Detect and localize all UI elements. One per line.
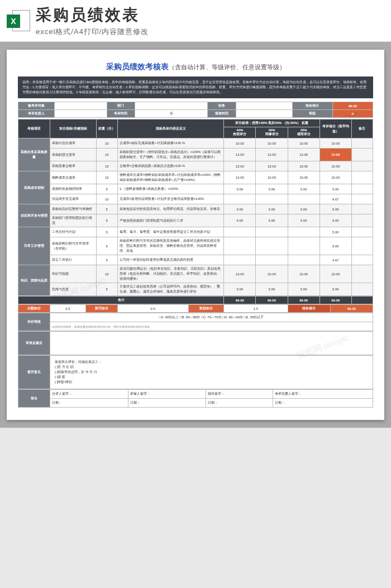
bonus-row: 出勤加分 0.5 奖罚加分 0.5 奖励加分 1.5 综合得分 96.50 bbox=[18, 304, 373, 313]
totals-row: 合计 96.00 96.00 96.00 96.00 bbox=[18, 296, 373, 304]
table-row: 采购质量合格率15合格率=合格采购批数÷采购总次批数×100 %15.0015.… bbox=[18, 161, 373, 171]
table-row: 供应商开发与管理采购信息的完整性与准确性5具体包括应付款情况表转达、信用评估情况… bbox=[18, 204, 373, 214]
table-row: 思维与态度5主要对员工就创造性思维（公司说明节约、改善推动、规范等）、责任感、服… bbox=[18, 283, 373, 296]
page-title: 采购员绩效表 bbox=[36, 4, 384, 26]
instructions: 说明：本表格适用于对一般行业采购员进行360度绩效考核，其中的考核指标、权重及具… bbox=[18, 77, 373, 98]
table-row: 采购成本控制物料成本达成率10物料成本达成率=物料实际采购成本率÷计划采购成本率… bbox=[18, 171, 373, 184]
grade-value: A bbox=[332, 110, 373, 118]
table-row: 供应商开发完成率10完成率=新增供应商数量÷计划开发合格供应商数量×100%9.… bbox=[18, 194, 373, 204]
signatures: 签名 自评人签字：评审人签字： 领导签字：考评负责人签字： 日期：日期： 日期：… bbox=[18, 389, 373, 408]
table-row: 采购时效差物控制率51-（进料差物数量÷采购总数量）×100%5.005.005… bbox=[18, 184, 373, 194]
promotion: 晋升意见 依据本次评价，特做此项员工： [ ]晋 升 任 职 [ ]续签劳动合同… bbox=[18, 355, 373, 389]
canvas: 我图网 ooopic 我图网 ooopic 我图网 ooopic 采购员绩效考核… bbox=[0, 42, 391, 428]
assessment-table: 考核项目 加分指标/关键指标 权重（分） 指标具体内容及定义 评分标准：优秀10… bbox=[18, 119, 373, 296]
table-row: 知识、技能与品质知识与技能10按决问题/自我认识（包括专业知识、业务知识、关联知… bbox=[18, 265, 373, 283]
doc-title: 采购员绩效考核表（含自动计算、等级评价、任意设置等级） bbox=[18, 62, 373, 72]
table-row: 其它工作执行5公司统一布置的临时要求的事项及完成的及时程度4.67 bbox=[18, 255, 373, 265]
document-page: 我图网 ooopic 我图网 ooopic 我图网 ooopic 采购员绩效考核… bbox=[7, 50, 384, 420]
grade-table: 评价等级 □A. 90分以上 □B. 80—89分 □C. 70—79分 □D.… bbox=[18, 313, 373, 331]
meta-table: 被考评对象 部门 职务 综合得分 96.50 考评负责人 考评时间 至 填表时间… bbox=[18, 102, 373, 118]
table-row: 日常工作管理工作总结与计划5每周、每月、每季度、每年定期按照要求提交工作总结及计… bbox=[18, 227, 373, 237]
page-subtitle: excel格式/A4打印/内容随意修改 bbox=[36, 27, 384, 37]
excel-icon: X bbox=[7, 9, 30, 32]
table-row: 采购资料归档与文件管理（含对账）5采购资料归档与文件的完整性及其准确性，具体对元… bbox=[18, 237, 373, 255]
app-header: X 采购员绩效表 excel格式/A4打印/内容随意修改 bbox=[0, 0, 391, 42]
total-score: 96.50 bbox=[332, 102, 373, 110]
comment: 评语及建议 bbox=[18, 331, 373, 355]
table-row: 采购部门管理制度的执行情况5严格按照采购部门管理制度与流程执行工作5.005.0… bbox=[18, 214, 373, 227]
table-row: 采购任务及采购质量采购计划达成率10达成率=实际完成采购量÷计划采购量×100 … bbox=[18, 138, 373, 149]
table-row: 采购到货交货率10采购到货交货率=（准时到货批次÷采购总批次）×100%（具体可… bbox=[18, 149, 373, 161]
